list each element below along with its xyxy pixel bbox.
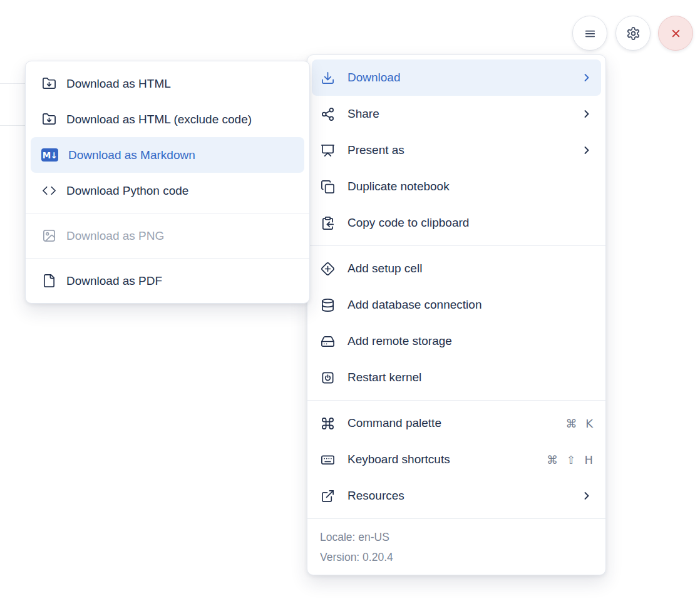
menu-item-label: Present as [347, 143, 568, 157]
page-rule [0, 125, 26, 126]
menu-item-copy-code[interactable]: Copy code to clipboard [307, 205, 605, 241]
menu-item-label: Download [347, 71, 568, 85]
menu-footer: Locale: en-US Version: 0.20.4 [307, 518, 605, 575]
chevron-right-icon [580, 108, 593, 120]
menu-item-label: Download as PDF [66, 274, 294, 288]
notebook-menu-button[interactable] [572, 16, 607, 51]
chevron-right-icon [580, 490, 593, 502]
menu-item-restart-kernel[interactable]: Restart kernel [307, 359, 605, 396]
submenu-section-png: Download as PNG [26, 213, 309, 258]
clipboard-copy-icon [320, 215, 335, 230]
menu-item-label: Command palette [347, 416, 553, 430]
database-icon [320, 297, 335, 312]
settings-button[interactable] [615, 16, 651, 51]
shortcut-hint: ⌘ K [565, 417, 593, 430]
menu-item-label: Download Python code [66, 184, 294, 198]
menu-item-duplicate-notebook[interactable]: Duplicate notebook [307, 168, 605, 205]
menu-item-label: Add remote storage [347, 334, 593, 348]
menu-item-download-markdown[interactable]: M↓ Download as Markdown [31, 137, 304, 173]
notebook-menu: Download Share Present as [307, 54, 606, 575]
menu-item-label: Download as HTML (exclude code) [66, 113, 294, 126]
menu-item-label: Add database connection [347, 298, 593, 312]
menu-item-download-pdf[interactable]: Download as PDF [26, 263, 309, 299]
menu-item-label: Download as HTML [66, 77, 294, 91]
menu-section-cells: Add setup cell Add database connection A… [307, 245, 605, 400]
close-button[interactable] [658, 16, 693, 51]
menu-item-resources[interactable]: Resources [307, 478, 605, 514]
menu-item-download-html[interactable]: Download as HTML [26, 66, 309, 101]
menu-item-download[interactable]: Download [312, 59, 601, 96]
file-icon [41, 274, 56, 289]
command-icon [320, 416, 335, 431]
page-rule [0, 83, 26, 84]
folder-download-icon [41, 112, 56, 127]
version-text: Version: 0.20.4 [320, 547, 593, 567]
menu-item-label: Restart kernel [347, 371, 593, 384]
submenu-section-documents: Download as HTML Download as HTML (exclu… [26, 61, 309, 213]
image-icon [41, 228, 56, 244]
menu-item-label: Duplicate notebook [347, 180, 593, 193]
menu-item-label: Download as PNG [66, 229, 294, 243]
gear-icon [625, 26, 641, 41]
close-icon [668, 26, 683, 41]
duplicate-icon [320, 179, 335, 194]
hard-drive-icon [320, 334, 335, 349]
menu-item-add-setup-cell[interactable]: Add setup cell [307, 250, 605, 287]
submenu-section-pdf: Download as PDF [26, 258, 309, 303]
download-icon [320, 70, 335, 85]
chevron-right-icon [580, 144, 593, 157]
menu-item-label: Keyboard shortcuts [347, 453, 534, 466]
menu-item-label: Download as Markdown [68, 148, 294, 162]
menu-item-download-html-exclude-code[interactable]: Download as HTML (exclude code) [26, 101, 309, 137]
menu-item-present-as[interactable]: Present as [307, 132, 605, 168]
menu-section-help: Command palette ⌘ K Keyboard shortcuts ⌘… [307, 400, 605, 518]
shortcut-hint: ⌘ ⇧ H [547, 453, 593, 466]
download-submenu: Download as HTML Download as HTML (exclu… [25, 61, 310, 304]
presentation-icon [320, 143, 335, 158]
power-square-icon [320, 370, 335, 385]
menu-item-add-remote-storage[interactable]: Add remote storage [307, 323, 605, 359]
menu-item-label: Add setup cell [347, 262, 593, 275]
diamond-plus-icon [320, 261, 335, 276]
menu-section-actions: Download Share Present as [307, 55, 605, 245]
markdown-icon: M↓ [41, 148, 58, 162]
external-link-icon [320, 488, 335, 503]
locale-text: Locale: en-US [320, 527, 593, 547]
menu-item-label: Share [347, 107, 568, 121]
menu-item-download-python[interactable]: Download Python code [26, 173, 309, 208]
menu-item-add-database-connection[interactable]: Add database connection [307, 287, 605, 323]
menu-item-label: Resources [347, 489, 568, 503]
code-icon [41, 183, 56, 198]
hamburger-icon [582, 26, 597, 41]
keyboard-icon [320, 452, 335, 467]
menu-item-keyboard-shortcuts[interactable]: Keyboard shortcuts ⌘ ⇧ H [307, 441, 605, 478]
menu-item-label: Copy code to clipboard [347, 216, 593, 230]
chevron-right-icon [580, 71, 593, 84]
menu-item-command-palette[interactable]: Command palette ⌘ K [307, 405, 605, 441]
share-icon [320, 106, 335, 121]
menu-item-share[interactable]: Share [307, 96, 605, 132]
menu-item-download-png[interactable]: Download as PNG [26, 218, 309, 254]
folder-download-icon [41, 76, 56, 91]
